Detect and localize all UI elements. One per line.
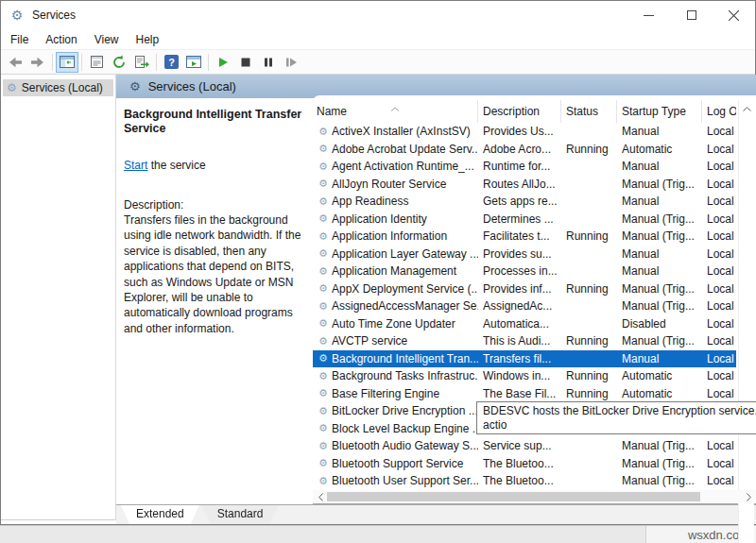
cell-log-on: Local Sy — [702, 143, 736, 156]
service-gear-icon: ⚙ — [313, 422, 332, 434]
forward-icon[interactable] — [26, 52, 49, 73]
table-row[interactable]: ⚙ Background Intelligent Tran... Transfe… — [313, 350, 736, 368]
cell-startup-type: Manual (Trig... — [617, 474, 702, 487]
table-row[interactable]: ⚙ Bluetooth Support Service The Bluetoo.… — [313, 455, 736, 473]
table-row[interactable]: ⚙ Auto Time Zone Updater Automatica... D… — [313, 315, 736, 333]
cell-description: Routes AllJo... — [478, 178, 561, 191]
show-window-icon[interactable] — [182, 52, 205, 73]
cell-log-on: Local Se — [702, 457, 736, 470]
menu-action[interactable]: Action — [37, 30, 85, 49]
column-header-description[interactable]: Description — [478, 100, 561, 123]
table-row[interactable]: ⚙ Bluetooth Audio Gateway S... Service s… — [313, 437, 736, 455]
svg-text:?: ? — [168, 57, 175, 68]
restart-service-icon[interactable] — [280, 52, 302, 73]
column-header-status[interactable]: Status — [561, 100, 617, 123]
table-row[interactable]: ⚙ Background Tasks Infrastruc... Windows… — [313, 367, 736, 385]
cell-description: Determines ... — [478, 212, 561, 226]
cell-log-on: Local Sy — [702, 195, 736, 208]
tree-item-label: Services (Local) — [22, 81, 103, 94]
menu-help[interactable]: Help — [128, 30, 168, 49]
cell-log-on: Local Sy — [702, 160, 736, 173]
menu-file[interactable]: File — [1, 30, 37, 49]
cell-log-on: Local Sy — [702, 352, 736, 365]
cell-startup-type: Manual — [617, 264, 702, 278]
column-header-startup-type[interactable]: Startup Type — [617, 100, 702, 123]
services-list-panel: Name Description Status Startup Type Log… — [313, 95, 756, 504]
table-row[interactable]: ⚙ Agent Activation Runtime_... Runtime f… — [313, 158, 736, 176]
tree-item-services-local[interactable]: ⚙ Services (Local) — [3, 79, 113, 96]
table-row[interactable]: ⚙ Application Information Facilitates t.… — [313, 228, 736, 246]
table-row[interactable]: ⚙ Adobe Acrobat Update Serv... Adobe Acr… — [313, 141, 736, 159]
cell-description: Automatica... — [478, 317, 561, 331]
cell-status: Running — [561, 143, 617, 156]
table-row[interactable]: ⚙ ActiveX Installer (AxInstSV) Provides … — [313, 123, 736, 141]
cell-name: Background Tasks Infrastruc... — [332, 369, 478, 382]
pause-service-icon[interactable] — [257, 52, 280, 73]
back-icon[interactable] — [4, 52, 26, 73]
table-row[interactable]: ⚙ Base Filtering Engine The Base Fil... … — [313, 385, 736, 403]
table-row[interactable]: ⚙ Application Layer Gateway ... Provides… — [313, 246, 736, 263]
column-headers: Name Description Status Startup Type Log… — [313, 100, 736, 123]
toolbar: ? — [1, 50, 755, 75]
menu-view[interactable]: View — [86, 30, 128, 49]
minimize-button[interactable] — [627, 1, 670, 29]
horizontal-scrollbar[interactable] — [313, 490, 756, 503]
service-gear-icon: ⚙ — [313, 230, 332, 243]
cell-log-on: Local Sy — [702, 125, 736, 138]
table-row[interactable]: ⚙ Application Management Processes in...… — [313, 263, 736, 280]
refresh-icon[interactable] — [108, 52, 130, 73]
cell-log-on: Local Se — [702, 178, 736, 191]
tooltip-line1: BDESVC hosts the BitLocker Drive Encrypt… — [483, 404, 756, 418]
column-header-log-on[interactable]: Log On — [702, 100, 736, 123]
cell-log-on: Local Sy — [702, 299, 736, 313]
service-gear-icon: ⚙ — [313, 195, 332, 208]
cell-log-on: Local Sy — [702, 229, 736, 243]
service-gear-icon: ⚙ — [313, 352, 332, 365]
cell-log-on: Local Sy — [702, 474, 736, 487]
vertical-scrollbar[interactable] — [738, 100, 754, 543]
cell-description: Provides su... — [478, 247, 561, 261]
start-service-icon[interactable] — [212, 52, 234, 73]
cell-description: Provides inf... — [478, 282, 561, 296]
cell-log-on: Local Sy — [702, 369, 736, 382]
cell-log-on: Local Se — [702, 334, 736, 348]
gear-icon: ⚙ — [7, 81, 17, 94]
table-row[interactable]: ⚙ App Readiness Gets apps re... Manual L… — [313, 193, 736, 211]
show-console-tree-icon[interactable] — [56, 52, 78, 73]
cell-startup-type: Automatic — [617, 369, 702, 382]
table-row[interactable]: ⚙ AssignedAccessManager Se... AssignedAc… — [313, 297, 736, 315]
table-row[interactable]: ⚙ AVCTP service This is Audi... Running … — [313, 332, 736, 350]
service-gear-icon: ⚙ — [313, 475, 332, 487]
scroll-right-icon[interactable] — [742, 490, 755, 503]
service-gear-icon: ⚙ — [313, 126, 332, 138]
cell-name: Agent Activation Runtime_... — [332, 160, 478, 173]
help-icon[interactable]: ? — [160, 52, 182, 73]
cell-log-on: Local Se — [702, 387, 736, 400]
table-row[interactable]: ⚙ Bluetooth User Support Ser... The Blue… — [313, 472, 736, 490]
scroll-up-icon[interactable] — [739, 102, 754, 115]
start-service-link[interactable]: Start — [124, 159, 147, 172]
tab-extended[interactable]: Extended — [121, 505, 199, 524]
service-title: Background Intelligent Transfer Service — [124, 108, 313, 136]
export-list-icon[interactable] — [130, 52, 153, 73]
service-gear-icon: ⚙ — [313, 405, 332, 417]
table-row[interactable]: ⚙ AppX Deployment Service (... Provides … — [313, 280, 736, 298]
properties-icon[interactable] — [85, 52, 108, 73]
tab-standard[interactable]: Standard — [202, 505, 279, 524]
service-gear-icon: ⚙ — [313, 178, 332, 190]
action-rest: the service — [147, 159, 205, 172]
scroll-left-icon[interactable] — [314, 490, 327, 503]
tooltip-line2: actio — [483, 418, 756, 433]
cell-description: Service sup... — [478, 439, 561, 452]
horizontal-scrollbar-thumb[interactable] — [327, 492, 700, 501]
close-button[interactable] — [713, 1, 755, 29]
cell-name: AssignedAccessManager Se... — [332, 299, 478, 313]
table-row[interactable]: ⚙ Application Identity Determines ... Ma… — [313, 211, 736, 229]
table-row[interactable]: ⚙ AllJoyn Router Service Routes AllJo...… — [313, 176, 736, 194]
cell-name: Application Management — [332, 264, 478, 278]
cell-startup-type: Manual — [617, 352, 702, 365]
stop-service-icon[interactable] — [234, 52, 257, 73]
maximize-button[interactable] — [670, 1, 713, 29]
column-header-name[interactable]: Name — [313, 100, 478, 123]
cell-startup-type: Manual (Trig... — [617, 282, 702, 296]
